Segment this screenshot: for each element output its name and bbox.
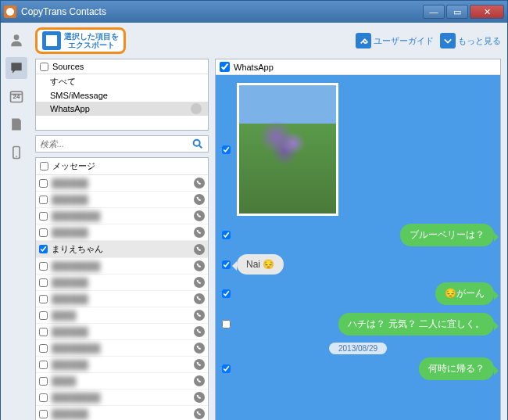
- minimize-button[interactable]: —: [423, 5, 445, 19]
- message-item[interactable]: ██████: [36, 175, 208, 192]
- phone-icon: [194, 392, 205, 403]
- search-input[interactable]: [40, 139, 191, 149]
- message-item[interactable]: ██████: [36, 275, 208, 291]
- conversation-row: ブルーベリーは？: [222, 224, 494, 246]
- messages-tab[interactable]: [5, 57, 27, 79]
- phone-icon: [194, 408, 205, 419]
- message-checkbox[interactable]: [39, 393, 48, 402]
- message-item[interactable]: ██████: [36, 357, 208, 373]
- message-checkbox[interactable]: [39, 410, 48, 418]
- main-area: 選択した項目をエクスポート ユーザーガイド もっと見る: [32, 23, 507, 420]
- message-checkbox[interactable]: [39, 179, 48, 188]
- message-checkbox[interactable]: [39, 212, 48, 221]
- phone-icon: [194, 260, 205, 271]
- bubble-checkbox[interactable]: [222, 289, 231, 298]
- search-icon[interactable]: [191, 138, 204, 150]
- bubble-checkbox[interactable]: [222, 145, 231, 154]
- message-item[interactable]: まりえちゃん: [36, 241, 208, 258]
- conversation-row: 😔がーん: [222, 282, 494, 305]
- message-checkbox[interactable]: [39, 196, 48, 204]
- message-item[interactable]: ████████: [36, 340, 208, 357]
- svg-point-0: [14, 34, 20, 40]
- source-item[interactable]: すべて: [36, 74, 208, 89]
- messages-box: メッセージ ██████████████████████████まりえちゃん██…: [35, 157, 209, 420]
- photo-attachment[interactable]: [237, 83, 338, 216]
- message-checkbox[interactable]: [39, 262, 48, 271]
- svg-rect-6: [440, 33, 456, 48]
- message-item[interactable]: ██████: [36, 291, 208, 307]
- sources-header: Sources: [36, 59, 208, 74]
- user-guide-link[interactable]: ユーザーガイド: [356, 33, 434, 48]
- message-item[interactable]: ██████: [36, 406, 208, 420]
- message-bubble[interactable]: Nai 😔: [237, 254, 284, 275]
- message-checkbox[interactable]: [39, 377, 48, 386]
- conversation-box: WhatsApp ブルーベリーは？Nai 😔😔がーんハチは？ 元気？ 二人に宜し…: [215, 59, 501, 420]
- bubble-checkbox[interactable]: [222, 320, 231, 328]
- sources-box: Sources すべてSMS/iMessageWhatsApp: [35, 59, 209, 131]
- phone-icon: [194, 359, 205, 370]
- right-column: WhatsApp ブルーベリーは？Nai 😔😔がーんハチは？ 元気？ 二人に宜し…: [215, 59, 501, 420]
- phone-icon: [194, 194, 205, 205]
- app-window: CopyTrans Contacts — ▭ ✕ 24 選択した項目をエクスポー…: [0, 0, 508, 420]
- left-column: Sources すべてSMS/iMessageWhatsApp メッセージ: [35, 59, 209, 420]
- message-item[interactable]: ████: [36, 373, 208, 389]
- phone-icon: [194, 210, 205, 221]
- phone-icon: [194, 227, 205, 238]
- messages-list: ██████████████████████████まりえちゃん████████…: [36, 175, 208, 420]
- message-bubble[interactable]: 😔がーん: [435, 282, 494, 305]
- conversation-header: WhatsApp: [216, 59, 500, 75]
- source-item[interactable]: WhatsApp: [36, 102, 208, 116]
- phone-icon: [194, 326, 205, 337]
- contacts-tab[interactable]: [5, 29, 27, 51]
- message-item[interactable]: ██████: [36, 224, 208, 241]
- calendar-tab[interactable]: 24: [5, 85, 27, 107]
- bubble-checkbox[interactable]: [222, 231, 231, 239]
- message-item[interactable]: ████: [36, 307, 208, 324]
- panels: Sources すべてSMS/iMessageWhatsApp メッセージ: [35, 59, 501, 420]
- sidebar: 24: [1, 23, 32, 420]
- messages-checkbox[interactable]: [40, 162, 48, 171]
- svg-line-8: [199, 145, 202, 148]
- export-button[interactable]: 選択した項目をエクスポート: [35, 27, 126, 54]
- messages-header: メッセージ: [36, 158, 208, 175]
- message-item[interactable]: ████████: [36, 258, 208, 275]
- message-checkbox[interactable]: [39, 311, 48, 320]
- phone-icon: [194, 375, 205, 386]
- conversation-row: Nai 😔: [222, 254, 494, 275]
- app-icon: [4, 5, 16, 18]
- notes-tab[interactable]: [5, 113, 27, 135]
- conversation-row: [222, 83, 494, 216]
- message-bubble[interactable]: ブルーベリーは？: [400, 224, 494, 246]
- export-icon: [42, 31, 61, 50]
- message-checkbox[interactable]: [39, 278, 48, 287]
- sources-checkbox[interactable]: [40, 63, 48, 71]
- message-checkbox[interactable]: [39, 344, 48, 353]
- message-checkbox[interactable]: [39, 245, 48, 253]
- toolbar: 選択した項目をエクスポート ユーザーガイド もっと見る: [35, 27, 501, 54]
- conversation-checkbox[interactable]: [220, 62, 230, 72]
- phone-icon: [194, 244, 205, 255]
- message-checkbox[interactable]: [39, 295, 48, 303]
- close-button[interactable]: ✕: [470, 5, 504, 19]
- message-checkbox[interactable]: [39, 361, 48, 369]
- message-bubble[interactable]: 何時に帰る？: [419, 357, 494, 380]
- sources-list: すべてSMS/iMessageWhatsApp: [36, 74, 208, 116]
- conversation-body[interactable]: ブルーベリーは？Nai 😔😔がーんハチは？ 元気？ 二人に宜しく。2013/08…: [216, 75, 500, 420]
- message-item[interactable]: ████████: [36, 389, 208, 406]
- message-checkbox[interactable]: [39, 228, 48, 237]
- message-item[interactable]: ██████: [36, 324, 208, 340]
- more-link[interactable]: もっと見る: [440, 33, 501, 48]
- phone-icon: [194, 343, 205, 354]
- conversation-row: 何時に帰る？: [222, 357, 494, 380]
- phone-icon: [194, 277, 205, 288]
- message-item[interactable]: ██████: [36, 192, 208, 208]
- device-tab[interactable]: [5, 142, 27, 163]
- message-bubble[interactable]: ハチは？ 元気？ 二人に宜しく。: [338, 313, 494, 336]
- maximize-button[interactable]: ▭: [446, 5, 468, 19]
- source-item[interactable]: SMS/iMessage: [36, 89, 208, 102]
- bubble-checkbox[interactable]: [222, 364, 231, 373]
- message-checkbox[interactable]: [39, 328, 48, 336]
- bubble-checkbox[interactable]: [222, 260, 231, 269]
- titlebar[interactable]: CopyTrans Contacts — ▭ ✕: [1, 1, 507, 23]
- message-item[interactable]: ████████: [36, 208, 208, 224]
